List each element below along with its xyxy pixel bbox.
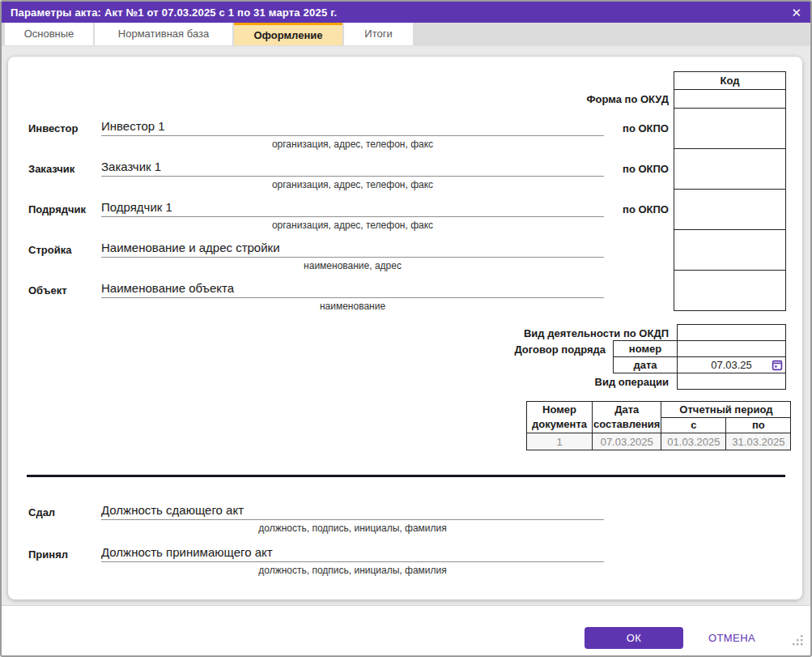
field-hint: организация, адрес, телефон, факс [101,139,604,150]
field-obyekt: Объект Наименование объекта наименование [28,281,604,317]
period-to-value: 31.03.2025 [726,433,791,450]
contract-number-field[interactable] [677,340,786,357]
document-summary-table: Номер документа Дата составления Отчетны… [526,401,791,450]
form-card: Инвестор Инвестор 1 организация, адрес, … [8,57,802,599]
code-cell-empty-2[interactable] [674,271,786,311]
tab-osnovnye[interactable]: Основные [5,23,93,45]
label-vid-operacii: Вид операции [595,376,669,388]
col-doc-number: Номер документа [527,402,593,433]
field-label: Сдал [28,506,55,518]
podryadchik-value[interactable]: Подрядчик 1 [101,200,604,217]
label-forma-po-okud: Форма по ОКУД [586,93,669,105]
close-icon[interactable]: ✕ [791,6,801,19]
field-hint: организация, адрес, телефон, факс [101,179,604,190]
col-period-to: по [726,418,791,433]
col-doc-date: Дата составления [593,402,661,433]
zakazchik-value[interactable]: Заказчик 1 [101,160,604,177]
code-cell-empty-1[interactable] [674,230,786,271]
contract-date-label: дата [613,356,678,373]
field-hint: организация, адрес, телефон, факс [101,220,604,231]
field-label: Объект [28,284,67,297]
doc-number-value: 1 [527,433,593,450]
field-hint: должность, подпись, инициалы, фамилия [101,565,604,576]
label-vid-deyatelnosti-okdp: Вид деятельности по ОКДП [524,327,669,339]
tab-bar: Основные Нормативная база Оформление Ито… [2,23,810,46]
label-po-okpo-2: по ОКПО [623,163,669,175]
section-divider [27,475,785,477]
field-label: Стройка [28,244,71,256]
obyekt-value[interactable]: Наименование объекта [101,281,604,298]
field-label: Инвестор [28,122,78,134]
cancel-button[interactable]: ОТМЕНА [699,627,764,649]
code-table: Код [674,71,786,311]
field-hint: наименование [101,301,604,312]
dialog-footer: ОК ОТМЕНА [2,605,810,655]
investor-value[interactable]: Инвестор 1 [101,119,604,136]
field-label: Подрядчик [28,203,86,215]
field-label: Принял [28,548,68,561]
ok-button[interactable]: ОК [585,627,683,649]
document-summary-row: 1 07.03.2025 01.03.2025 31.03.2025 [527,433,791,450]
operation-type-field[interactable] [677,373,786,390]
field-zakazchik: Заказчик Заказчик 1 организация, адрес, … [28,160,604,195]
contract-date-field[interactable]: 07.03.25 [677,356,786,373]
label-po-okpo-1: по ОКПО [623,122,669,134]
code-cell-okpo-zakazchik[interactable] [674,149,786,190]
okdp-activity-field[interactable] [677,324,786,341]
act-parameters-dialog: Параметры акта: Акт №1 от 07.03.2025 с 1… [0,0,812,657]
period-from-value: 01.03.2025 [661,433,726,450]
field-sdal: Сдал Должность сдающего акт должность, п… [28,503,604,539]
label-po-okpo-3: по ОКПО [623,203,669,215]
sdal-value[interactable]: Должность сдающего акт [101,503,604,520]
prinyal-value[interactable]: Должность принимающего акт [101,545,604,562]
field-prinyal: Принял Должность принимающего акт должно… [28,545,604,581]
tab-oformlenie[interactable]: Оформление [234,23,342,45]
doc-date-value: 07.03.2025 [593,433,661,450]
tab-normativnaya-baza[interactable]: Нормативная база [95,23,232,45]
field-hint: должность, подпись, инициалы, фамилия [101,523,604,534]
code-table-header: Код [674,72,786,90]
contract-date-value[interactable]: 07.03.25 [711,359,752,371]
code-cell-okud[interactable] [674,90,786,109]
field-label: Заказчик [28,163,74,175]
contract-number-label: номер [613,340,678,357]
dialog-title: Параметры акта: Акт №1 от 07.03.2025 с 1… [11,6,337,19]
col-report-period: Отчетный период [661,402,791,418]
code-cell-okpo-podryadchik[interactable] [674,190,786,230]
resize-grip[interactable] [790,633,804,650]
dialog-titlebar: Параметры акта: Акт №1 от 07.03.2025 с 1… [2,2,810,23]
col-period-from: с [661,418,726,433]
code-cell-okpo-investor[interactable] [674,109,786,149]
label-dogovor-podryada: Договор подряда [514,343,606,356]
tab-itogi[interactable]: Итоги [344,23,413,45]
calendar-icon[interactable] [772,359,783,373]
field-hint: наименование, адрес [101,260,604,271]
stroyka-value[interactable]: Наименование и адрес стройки [101,241,604,258]
field-investor: Инвестор Инвестор 1 организация, адрес, … [28,119,604,155]
field-stroyka: Стройка Наименование и адрес стройки наи… [28,241,604,276]
field-podryadchik: Подрядчик Подрядчик 1 организация, адрес… [28,200,604,236]
